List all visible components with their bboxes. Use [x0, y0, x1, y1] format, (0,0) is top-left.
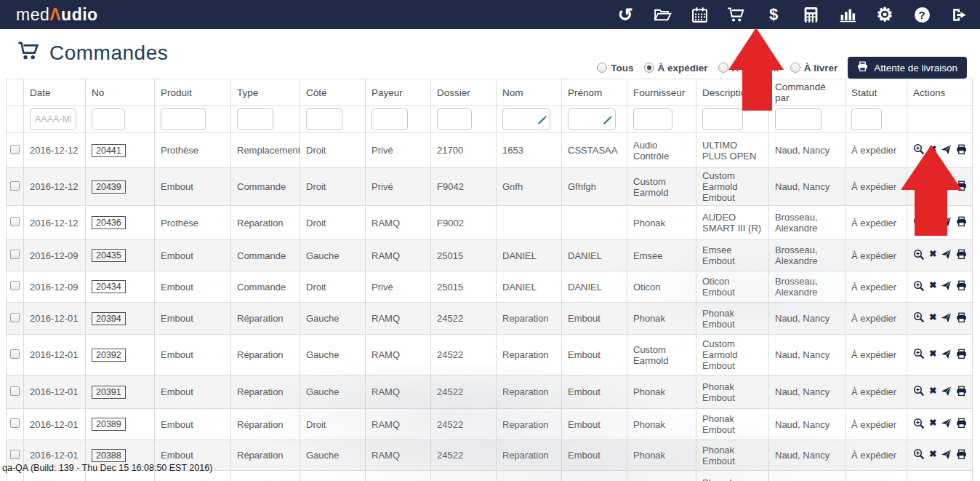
column-header[interactable]: Statut [846, 79, 907, 106]
print-order-icon[interactable] [956, 349, 967, 359]
order-number-badge[interactable]: 20435 [92, 249, 126, 262]
shopping-cart-icon[interactable] [727, 5, 746, 24]
table-cell: RAMQ [366, 409, 431, 440]
view-order-icon[interactable] [913, 418, 925, 429]
filter-description-input[interactable] [702, 108, 743, 130]
logout-icon[interactable] [949, 5, 968, 24]
order-number-badge[interactable]: 20434 [92, 280, 126, 293]
row-checkbox[interactable] [10, 217, 20, 226]
view-order-icon[interactable] [913, 249, 925, 261]
order-number-badge[interactable]: 20436 [92, 216, 126, 229]
order-number-badge[interactable]: 20388 [92, 449, 126, 462]
print-order-icon[interactable] [956, 249, 967, 260]
order-number-badge[interactable]: 20439 [92, 180, 126, 194]
table-cell: Gauche [300, 335, 366, 375]
send-order-icon[interactable] [941, 312, 952, 323]
column-header[interactable]: Nom [497, 79, 562, 106]
bar-chart-icon[interactable] [838, 5, 857, 24]
folder-open-icon[interactable] [653, 5, 672, 24]
print-order-icon[interactable] [956, 386, 967, 397]
calculator-icon[interactable] [801, 5, 820, 24]
send-order-icon[interactable] [941, 449, 952, 460]
calendar-icon[interactable] [690, 5, 709, 24]
column-header[interactable]: Type [231, 79, 300, 106]
filter-radio-a-livrer[interactable]: À livrer [790, 63, 838, 73]
filter-payeur-input[interactable] [371, 108, 408, 130]
column-header[interactable]: No [86, 79, 155, 106]
table-cell: Naud, Nancy [769, 335, 846, 375]
filter-no-input[interactable] [92, 108, 125, 130]
help-icon[interactable]: ? [912, 5, 931, 24]
edit-pencil-icon[interactable] [603, 115, 613, 127]
order-number-badge[interactable]: 20441 [92, 144, 126, 157]
row-checkbox[interactable] [10, 250, 20, 259]
print-order-icon[interactable] [956, 216, 967, 227]
send-order-icon[interactable] [941, 349, 952, 359]
row-checkbox[interactable] [10, 418, 20, 428]
dollar-icon[interactable]: $ [764, 5, 783, 24]
settings-gear-icon[interactable]: ⚙ [875, 5, 894, 24]
send-order-icon[interactable] [941, 249, 952, 260]
print-order-icon[interactable] [956, 449, 967, 460]
order-number-badge[interactable]: 20392 [92, 349, 126, 362]
column-header[interactable]: Prénom [562, 79, 627, 106]
print-order-icon[interactable] [956, 418, 967, 429]
table-cell: Embout [562, 409, 627, 440]
cancel-order-icon[interactable]: ✖ [929, 281, 936, 290]
view-order-icon[interactable] [913, 448, 925, 460]
column-header[interactable]: Date [24, 79, 86, 106]
column-header[interactable]: Dossier [431, 79, 497, 106]
filter-radio-tous[interactable]: Tous [597, 63, 633, 73]
column-header[interactable]: Produit [155, 79, 231, 106]
row-checkbox[interactable] [10, 145, 20, 154]
filter-radio-a-expedier[interactable]: À expédier [644, 63, 708, 73]
cancel-order-icon[interactable]: ✖ [929, 418, 936, 428]
column-header[interactable]: Côté [300, 79, 366, 106]
table-cell: 2016-12-01 [24, 375, 86, 409]
cancel-order-icon[interactable]: ✖ [929, 349, 936, 359]
filter-type-input[interactable] [237, 108, 273, 130]
order-number-badge[interactable]: 20391 [92, 386, 126, 399]
send-order-icon[interactable] [941, 280, 952, 291]
filter-fournisseur-input[interactable] [633, 108, 672, 130]
row-checkbox[interactable] [10, 181, 20, 191]
column-header[interactable]: Commandé par [769, 79, 846, 106]
cancel-order-icon[interactable]: ✖ [929, 313, 936, 322]
view-order-icon[interactable] [913, 385, 925, 397]
print-order-icon[interactable] [956, 280, 967, 291]
cancel-order-icon[interactable]: ✖ [929, 450, 936, 459]
view-order-icon[interactable] [913, 348, 925, 359]
row-checkbox[interactable] [10, 349, 20, 359]
radio-circle[interactable] [644, 63, 654, 73]
filter-dossier-input[interactable] [437, 108, 472, 130]
column-header[interactable]: Actions [907, 79, 973, 106]
table-row: 2016-12-1220439EmboutCommandeDroitPrivéF… [7, 168, 973, 206]
row-checkbox[interactable] [10, 281, 20, 290]
print-order-icon[interactable] [956, 312, 967, 323]
view-order-icon[interactable] [913, 311, 925, 323]
history-icon[interactable]: ↺ [616, 5, 635, 24]
order-number-badge[interactable]: 20394 [92, 312, 126, 325]
cancel-order-icon[interactable]: ✖ [929, 386, 936, 396]
radio-circle[interactable] [597, 63, 607, 73]
row-checkbox[interactable] [10, 313, 20, 322]
order-number-badge[interactable]: 20389 [92, 418, 126, 431]
radio-circle[interactable] [790, 63, 800, 73]
send-order-icon[interactable] [941, 386, 952, 397]
cancel-order-icon[interactable]: ✖ [929, 250, 936, 259]
filter-statut-input[interactable] [851, 108, 882, 130]
send-order-icon[interactable] [941, 418, 952, 429]
column-header[interactable]: Payeur [366, 79, 431, 106]
filter-cote-input[interactable] [306, 108, 342, 130]
filter-produit-input[interactable] [161, 108, 206, 130]
filter-commande-par-input[interactable] [775, 108, 822, 130]
row-checkbox[interactable] [10, 450, 20, 459]
table-cell: Privé [366, 271, 431, 303]
radio-circle[interactable] [718, 63, 728, 73]
column-header[interactable]: Fournisseur [627, 79, 696, 106]
edit-pencil-icon[interactable] [537, 115, 547, 127]
view-order-icon[interactable] [913, 280, 925, 292]
row-checkbox[interactable] [10, 386, 20, 396]
waiting-delivery-button[interactable]: Attente de livraison [848, 57, 967, 79]
filter-date-input[interactable] [30, 108, 76, 130]
